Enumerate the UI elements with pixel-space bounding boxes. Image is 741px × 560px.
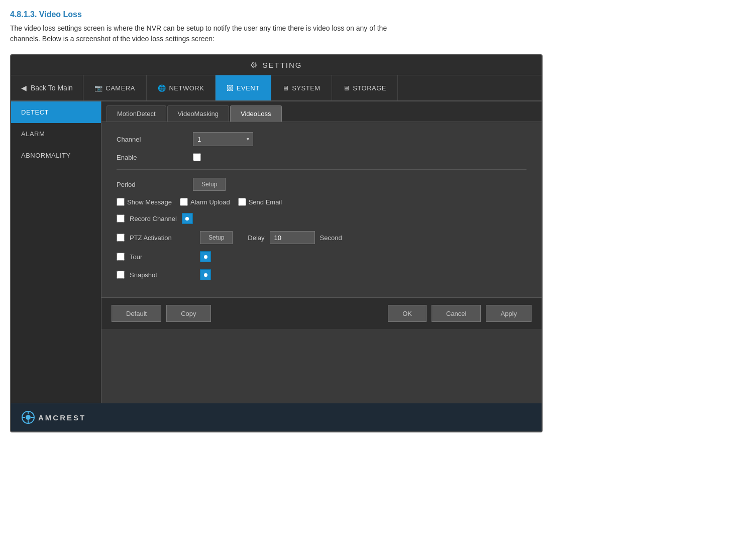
enable-label: Enable (117, 154, 187, 161)
channel-label: Channel (117, 136, 187, 143)
settings-panel: Channel 1 2 3 4 Enable (101, 122, 542, 297)
bottom-right-buttons: OK Cancel Apply (388, 305, 532, 322)
tab-event[interactable]: 🖼 EVENT (216, 75, 271, 100)
tab-network[interactable]: 🌐 NETWORK (147, 75, 216, 100)
page-description: The video loss settings screen is where … (10, 23, 731, 44)
divider (117, 169, 526, 170)
amcrest-logo-icon (21, 410, 35, 424)
nvr-sidebar: DETECT ALARM ABNORMALITY (11, 101, 101, 403)
record-channel-row: Record Channel ⏺ (117, 213, 526, 224)
show-message-label: Show Message (127, 198, 172, 206)
nvr-logo-bar: AMCREST (11, 403, 542, 431)
tour-checkbox[interactable] (117, 253, 125, 261)
ok-button[interactable]: OK (388, 305, 427, 322)
system-icon: 🖥 (282, 84, 289, 92)
nvr-panel: ⚙ SETTING ◀ Back To Main 📷 CAMERA 🌐 NETW… (10, 54, 543, 432)
subtab-videoloss[interactable]: VideoLoss (230, 105, 281, 122)
snapshot-label: Snapshot (130, 271, 195, 279)
sidebar-item-alarm[interactable]: ALARM (11, 123, 101, 145)
subtab-motiondetect[interactable]: MotionDetect (107, 105, 166, 122)
tour-inline: Tour ⏺ (117, 251, 211, 262)
amcrest-logo-text: AMCREST (38, 413, 86, 422)
tab-system[interactable]: 🖥 SYSTEM (271, 75, 332, 100)
snapshot-row: Snapshot ⏺ (117, 269, 526, 280)
channel-row: Channel 1 2 3 4 (117, 132, 526, 146)
apply-button[interactable]: Apply (486, 305, 532, 322)
copy-button[interactable]: Copy (166, 305, 210, 322)
svg-point-1 (26, 415, 31, 420)
amcrest-logo: AMCREST (21, 410, 86, 424)
camera-icon: 📷 (94, 84, 103, 92)
snapshot-inline: Snapshot ⏺ (117, 269, 211, 280)
period-setup-button[interactable]: Setup (193, 178, 226, 191)
send-email-label: Send Email (249, 198, 282, 206)
ptz-inline: PTZ Activation Setup Delay 10 Second (117, 231, 342, 244)
show-message-checkbox[interactable] (117, 198, 125, 206)
sidebar-item-detect[interactable]: DETECT (11, 101, 101, 123)
period-row: Period Setup (117, 178, 526, 191)
alarm-upload-checkbox[interactable] (180, 198, 188, 206)
network-icon: 🌐 (158, 84, 166, 92)
snapshot-icon[interactable]: ⏺ (200, 269, 211, 280)
nvr-bottombar: Default Copy OK Cancel Apply (101, 297, 542, 329)
ptz-checkbox[interactable] (117, 234, 125, 242)
nvr-titlebar: ⚙ SETTING (11, 55, 542, 75)
record-channel-label: Record Channel (130, 215, 177, 222)
section-title: 4.8.1.3. Video Loss (10, 10, 731, 19)
alarm-upload-item: Alarm Upload (180, 198, 230, 206)
back-to-main-button[interactable]: ◀ Back To Main (11, 75, 83, 100)
back-label: Back To Main (31, 84, 73, 92)
cancel-button[interactable]: Cancel (432, 305, 481, 322)
sidebar-item-abnormality[interactable]: ABNORMALITY (11, 145, 101, 166)
ptz-setup-button[interactable]: Setup (200, 231, 233, 244)
record-channel-checkbox[interactable] (117, 214, 125, 222)
back-arrow-icon: ◀ (21, 84, 27, 92)
enable-row: Enable (117, 153, 526, 161)
send-email-item: Send Email (238, 198, 282, 206)
tour-label: Tour (130, 253, 195, 261)
tab-camera[interactable]: 📷 CAMERA (83, 75, 147, 100)
second-label: Second (320, 234, 342, 242)
sub-tabs: MotionDetect VideoMasking VideoLoss (101, 101, 542, 122)
notification-row: Show Message Alarm Upload Send Email (117, 198, 526, 206)
record-channel-icon[interactable]: ⏺ (182, 213, 193, 224)
nvr-body: DETECT ALARM ABNORMALITY MotionDetect Vi… (11, 101, 542, 403)
period-label: Period (117, 181, 187, 188)
nvr-content: MotionDetect VideoMasking VideoLoss Chan… (101, 101, 542, 403)
delay-label: Delay (248, 234, 264, 242)
enable-checkbox[interactable] (193, 153, 201, 161)
channel-select-wrapper: 1 2 3 4 (193, 132, 253, 146)
nav-tabs: 📷 CAMERA 🌐 NETWORK 🖼 EVENT 🖥 SYSTEM 🖥 ST… (83, 75, 542, 100)
storage-icon: 🖥 (343, 84, 350, 92)
tour-icon[interactable]: ⏺ (200, 251, 211, 262)
nvr-title-label: SETTING (262, 61, 302, 69)
tour-row: Tour ⏺ (117, 251, 526, 262)
bottom-left-buttons: Default Copy (112, 305, 211, 322)
alarm-upload-label: Alarm Upload (190, 198, 230, 206)
snapshot-checkbox[interactable] (117, 271, 125, 279)
ptz-row: PTZ Activation Setup Delay 10 Second (117, 231, 526, 244)
record-channel-inline: Record Channel ⏺ (117, 213, 193, 224)
show-message-item: Show Message (117, 198, 172, 206)
nvr-topnav: ◀ Back To Main 📷 CAMERA 🌐 NETWORK 🖼 EVEN… (11, 75, 542, 101)
delay-input[interactable]: 10 (270, 231, 315, 244)
tab-storage[interactable]: 🖥 STORAGE (332, 75, 398, 100)
ptz-label: PTZ Activation (130, 234, 195, 242)
channel-select[interactable]: 1 2 3 4 (193, 132, 253, 146)
subtab-videomasking[interactable]: VideoMasking (167, 105, 229, 122)
gear-icon: ⚙ (250, 60, 258, 70)
default-button[interactable]: Default (112, 305, 161, 322)
send-email-checkbox[interactable] (238, 198, 246, 206)
event-icon: 🖼 (227, 84, 234, 92)
